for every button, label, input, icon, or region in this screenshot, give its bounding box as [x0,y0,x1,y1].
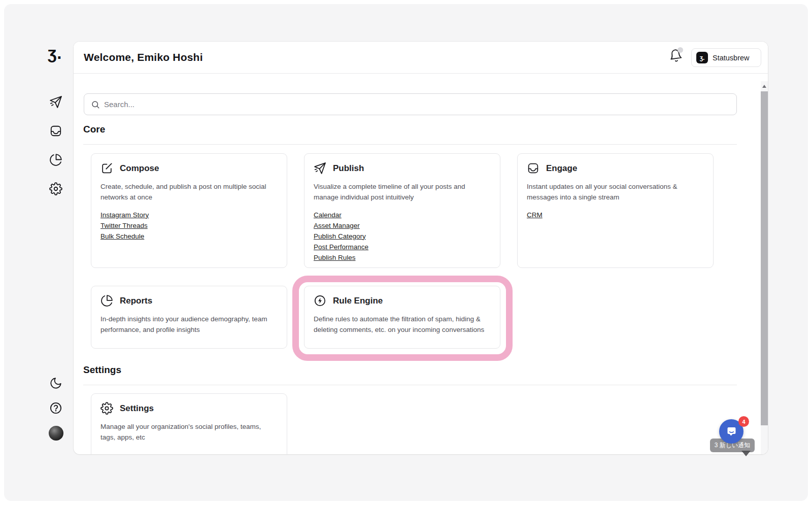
page-header: Welcome, Emiko Hoshi ʒ. Statusbrew [74,42,768,74]
link-publish-category[interactable]: Publish Category [314,231,491,242]
card-description: In-depth insights into your audience dem… [100,314,278,335]
inbox-icon [49,124,62,138]
workspace-name: Statusbrew [713,54,750,62]
card-title: Rule Engine [333,296,383,306]
scrollbar-thumb[interactable] [761,91,768,425]
link-calendar[interactable]: Calendar [314,210,491,220]
search-input[interactable] [104,94,736,115]
section-title-settings: Settings [83,364,121,376]
link-publish-rules[interactable]: Publish Rules [314,252,491,263]
card-description: Define rules to automate the filtration … [314,314,491,335]
link-crm[interactable]: CRM [527,210,704,220]
workspace-button[interactable]: ʒ. Statusbrew [691,48,761,67]
link-twitter-threads[interactable]: Twitter Threads [100,220,278,231]
card-compose[interactable]: Compose Create, schedule, and publish a … [91,153,287,268]
rule-engine-icon [314,294,326,307]
search-icon [91,100,100,109]
compose-icon [100,162,113,175]
card-settings[interactable]: Settings Manage all your organization's … [91,393,287,454]
help-icon [49,401,62,415]
settings-icon [100,402,113,415]
gear-icon [49,182,62,195]
engage-icon [527,162,539,175]
section-divider [83,144,737,145]
paper-plane-icon [49,95,62,109]
link-post-performance[interactable]: Post Performance [314,242,491,252]
moon-icon [49,377,62,390]
card-title: Publish [333,163,364,174]
sidebar-item-engage[interactable] [49,124,62,138]
chat-unread-badge: 4 [738,416,749,427]
card-description: Manage all your organization's social pr… [100,421,278,443]
card-description: Create, schedule, and publish a post on … [100,181,278,203]
tooltip-arrow [741,451,751,456]
sidebar-item-dark-mode[interactable] [49,377,62,390]
sidebar-item-help[interactable] [49,401,62,415]
user-avatar[interactable] [49,426,63,441]
scroll-up-button[interactable] [761,81,768,91]
statusbrew-logo[interactable]: ʒ. [48,45,62,61]
search-bar[interactable] [84,93,737,115]
vertical-scrollbar[interactable] [761,81,768,454]
section-title-core: Core [83,124,105,135]
link-asset-manager[interactable]: Asset Manager [314,220,491,231]
section-divider [83,385,737,385]
reports-icon [100,294,113,307]
publish-icon [314,162,326,175]
sidebar-item-settings[interactable] [49,182,62,195]
app-window: ʒ. Welcome, Emiko Hoshi ʒ. Statusbrew [0,0,812,505]
sidebar-item-publish[interactable] [49,95,62,109]
card-publish[interactable]: Publish Visualize a complete timeline of… [304,153,500,268]
statusbrew-mark-icon: ʒ. [696,52,708,63]
card-engage[interactable]: Engage Instant updates on all your socia… [517,153,714,268]
card-rule-engine[interactable]: Rule Engine Define rules to automate the… [304,286,500,349]
page-title: Welcome, Emiko Hoshi [84,51,203,63]
card-title: Engage [546,163,577,174]
link-bulk-schedule[interactable]: Bulk Schedule [100,231,278,242]
messenger-icon [725,425,738,439]
card-title: Settings [120,403,154,414]
notification-dot-badge [678,47,683,53]
link-instagram-story[interactable]: Instagram Story [100,210,278,220]
sidebar-item-reports[interactable] [49,153,62,166]
pie-chart-icon [49,153,62,166]
main-panel: Welcome, Emiko Hoshi ʒ. Statusbrew Core … [74,42,768,454]
card-title: Compose [120,163,159,174]
card-description: Instant updates on all your social conve… [527,181,704,203]
card-reports[interactable]: Reports In-depth insights into your audi… [91,286,287,349]
notifications-button[interactable] [669,49,684,66]
card-title: Reports [120,296,152,306]
card-description: Visualize a complete timeline of all you… [314,181,491,203]
